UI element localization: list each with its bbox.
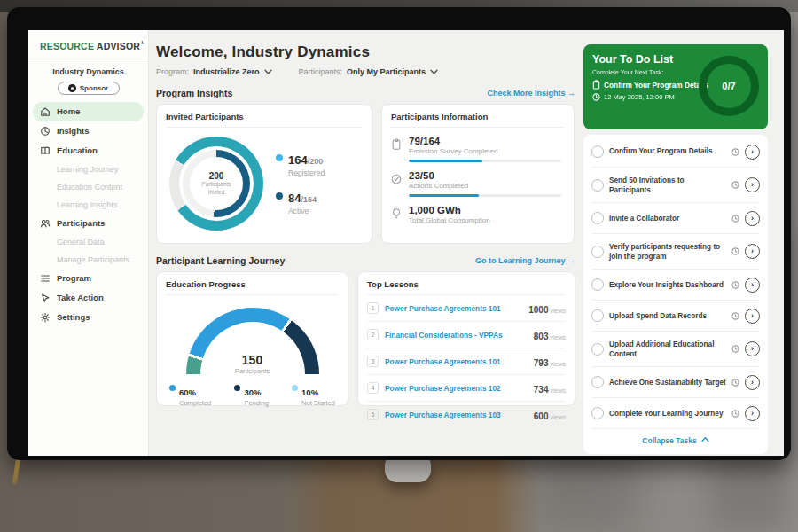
todo-counter: 0/7: [722, 81, 735, 91]
collapse-tasks-link[interactable]: Collapse Tasks: [591, 429, 760, 452]
insights-cards-row: Invited Participants 200 Participants In…: [156, 104, 575, 244]
section-title: Participant Learning Journey: [156, 255, 285, 266]
sidebar-item-label: General Data: [57, 238, 105, 246]
invited-participants-donut-chart: 200 Participants Invited: [169, 137, 263, 231]
todo-task-row: Invite a Collaborator ›: [591, 203, 760, 234]
settings-icon: [40, 312, 51, 323]
go-to-learning-journey-link[interactable]: Go to Learning Journey →: [475, 256, 575, 265]
lesson-link[interactable]: Power Purchase Agreements 101: [385, 357, 528, 366]
sponsor-badge[interactable]: Sponsor: [58, 82, 120, 95]
metric-total-consumption: 1,000 GWh Total Global Consumption: [391, 205, 565, 224]
logo-text-primary: RESOURCE: [40, 41, 94, 51]
sidebar-item-settings[interactable]: Settings: [28, 308, 148, 327]
task-label: Achieve One Sustainability Target: [609, 378, 726, 387]
clock-icon: [732, 215, 739, 223]
task-open-button[interactable]: ›: [745, 375, 760, 390]
task-open-button[interactable]: ›: [745, 244, 760, 259]
logo-plus: +: [140, 39, 145, 47]
sidebar-item-participants[interactable]: Participants: [28, 214, 148, 233]
task-open-button[interactable]: ›: [745, 177, 760, 192]
sidebar-nav: Home Insights Education Learning Journey…: [28, 102, 148, 327]
task-label: Upload Spend Data Records: [609, 311, 726, 321]
lesson-link[interactable]: Power Purchase Agreements 103: [385, 411, 528, 419]
todo-progress-ring: 0/7: [699, 56, 759, 116]
task-label: Complete Your Learning Journey: [609, 409, 726, 419]
program-filter-dropdown[interactable]: Program: Industrialize Zero: [156, 67, 272, 76]
task-label: Upload Additional Educational Content: [609, 340, 726, 359]
todo-task-row: Explore Your Insights Dashboard ›: [591, 270, 760, 301]
clock-icon: [732, 379, 739, 387]
sidebar-item-learning-journey[interactable]: Learning Journey: [28, 160, 148, 178]
task-checkbox[interactable]: [591, 145, 604, 158]
task-checkbox[interactable]: [591, 179, 604, 192]
sidebar-item-label: Education Content: [57, 183, 122, 192]
clock-icon: [592, 93, 600, 101]
metric-value: 79/164: [409, 136, 561, 146]
lesson-link[interactable]: Financial Considerations - VPPAs: [385, 331, 528, 340]
sidebar-item-education-content[interactable]: Education Content: [28, 178, 148, 196]
views-suffix: views: [550, 414, 566, 420]
lesson-link[interactable]: Power Purchase Agreements 102: [385, 384, 528, 393]
views-suffix: views: [550, 334, 566, 340]
task-checkbox[interactable]: [591, 246, 604, 258]
task-open-button[interactable]: ›: [745, 406, 760, 421]
check-more-insights-link[interactable]: Check More Insights →: [487, 89, 575, 98]
task-open-button[interactable]: ›: [745, 211, 760, 226]
take-action-icon: [40, 293, 51, 303]
views-suffix: views: [550, 387, 566, 394]
invited-participants-card: Invited Participants 200 Participants In…: [156, 104, 372, 244]
task-open-button[interactable]: ›: [745, 278, 760, 293]
org-name: Industry Dynamics: [28, 67, 148, 76]
task-label: Verify participants requesting to join t…: [609, 242, 726, 262]
task-checkbox[interactable]: [591, 343, 604, 356]
sidebar-item-label: Take Action: [57, 293, 104, 302]
todo-header-card: Your To Do List Complete Your Next Task:…: [583, 44, 768, 129]
actions-icon: [391, 173, 402, 185]
task-checkbox[interactable]: [591, 309, 604, 322]
task-checkbox[interactable]: [591, 376, 604, 388]
task-checkbox[interactable]: [591, 407, 604, 419]
todo-task-row: Confirm Your Program Details ›: [591, 137, 760, 168]
legend-dot: [276, 192, 283, 200]
sidebar-item-label: Program: [57, 273, 91, 283]
program-icon: [40, 273, 51, 284]
card-title: Participants Information: [391, 112, 565, 128]
todo-next-task-label: Confirm Your Program Details: [604, 81, 708, 90]
sidebar-item-manage-participants[interactable]: Manage Participants: [28, 251, 148, 269]
sidebar-item-general-data[interactable]: General Data: [28, 233, 148, 251]
legend-total: /200: [308, 157, 324, 166]
education-progress-gauge-chart: 150 Participants: [186, 308, 319, 375]
card-title: Top Lessons: [367, 279, 566, 295]
sidebar-item-education[interactable]: Education: [28, 141, 148, 160]
gauge-center-caption: Participants: [186, 367, 319, 375]
task-open-button[interactable]: ›: [745, 145, 760, 160]
task-checkbox[interactable]: [591, 278, 604, 291]
task-label: Confirm Your Program Details: [609, 146, 726, 156]
chevron-down-icon: [430, 69, 438, 74]
sidebar-item-home[interactable]: Home: [33, 102, 144, 121]
legend-item-completed: 60% Completed: [169, 383, 211, 407]
lesson-views: 734: [534, 385, 549, 395]
learning-cards-row: Education Progress 150 Participants 60% …: [156, 271, 575, 406]
lesson-rank: 5: [367, 409, 379, 420]
sidebar-item-take-action[interactable]: Take Action: [28, 288, 148, 308]
task-open-button[interactable]: ›: [745, 309, 760, 324]
metric-label: Total Global Consumption: [409, 216, 490, 224]
sidebar-item-learning-insights[interactable]: Learning Insights: [28, 196, 148, 214]
lesson-link[interactable]: Power Purchase Agreements 101: [385, 304, 522, 313]
task-open-button[interactable]: ›: [745, 341, 760, 356]
sidebar-item-insights[interactable]: Insights: [28, 121, 148, 141]
views-suffix: views: [550, 361, 566, 367]
progress-fill: [409, 160, 482, 162]
metric-label: Emission Survey Completed: [409, 147, 561, 155]
top-lessons-card: Top Lessons 1 Power Purchase Agreements …: [357, 271, 575, 406]
legend-value: 30%: [244, 387, 261, 397]
legend-label: Active: [288, 207, 317, 215]
progress-track: [409, 160, 561, 162]
lesson-row: 2 Financial Considerations - VPPAs 803vi…: [367, 322, 566, 348]
sidebar-item-program[interactable]: Program: [28, 269, 148, 288]
todo-task-row: Send 50 Invitations to Participants ›: [591, 168, 760, 203]
task-checkbox[interactable]: [591, 212, 604, 224]
arrow-right-icon: →: [567, 256, 575, 265]
participants-filter-dropdown[interactable]: Participants: Only My Participants: [299, 67, 439, 76]
